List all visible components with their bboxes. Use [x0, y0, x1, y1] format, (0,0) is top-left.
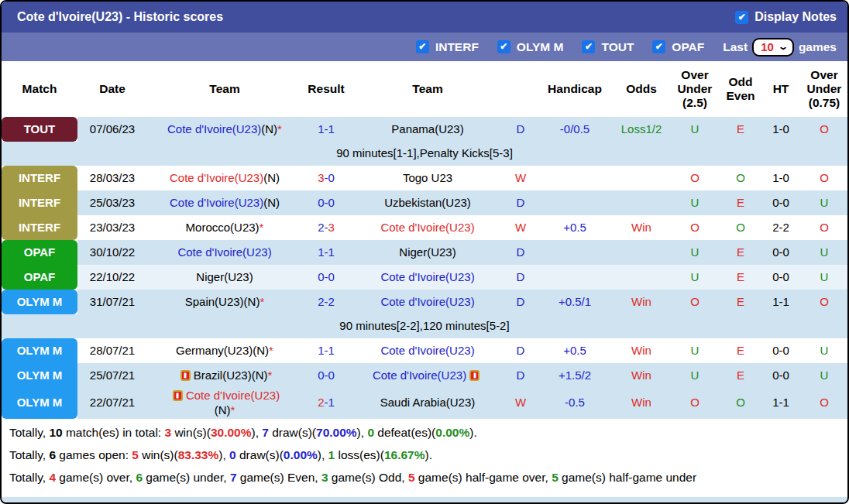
- result-letter-cell: D: [505, 190, 536, 215]
- away-team-cell: Cote d'Ivoire(U23): [350, 363, 505, 388]
- result-letter-cell: D: [505, 265, 536, 290]
- checkbox-icon[interactable]: ✔: [416, 40, 429, 53]
- summary-text-part: 1: [328, 448, 335, 461]
- text-part: *: [260, 221, 264, 234]
- result-letter-cell: D: [505, 363, 536, 388]
- text-part: *: [260, 295, 264, 308]
- summary-text-part: draw(s)(: [236, 448, 284, 461]
- summary-text-part: 0.00%: [435, 426, 469, 439]
- summary-text-part: win(s)(: [171, 426, 211, 439]
- result-letter-cell: D: [505, 240, 536, 265]
- odd-even-cell: O: [720, 215, 761, 240]
- result-cell: 2-1: [302, 388, 350, 419]
- checkbox-icon[interactable]: ✔: [652, 40, 665, 53]
- filter-label: INTERF: [435, 40, 479, 54]
- summary-section: Totally, 10 match(es) in total: 3 win(s)…: [2, 419, 847, 498]
- home-team-cell: Germany(U23)(N)*: [147, 338, 302, 363]
- bottom-strip: [2, 497, 847, 502]
- over-under-0_75-cell: U: [801, 338, 847, 363]
- text-part: *: [230, 403, 235, 417]
- filter-checkbox-tout[interactable]: ✔TOUT: [582, 40, 634, 54]
- summary-text-part: loss(es)(: [335, 448, 384, 461]
- over-under-2_5-cell: U: [669, 190, 720, 215]
- match-row: OPAF22/10/22Niger(U23)0-0Cote d'Ivoire(U…: [2, 265, 847, 290]
- summary-text-part: 83.33%: [178, 448, 219, 461]
- over-under-0_75-cell: O: [801, 290, 847, 314]
- red-card-icon: [469, 370, 479, 381]
- filter-label: TOUT: [601, 40, 634, 54]
- competition-badge: INTERF: [2, 215, 77, 240]
- competition-badge: OPAF: [2, 265, 77, 290]
- summary-text-part: game(s) Odd,: [328, 471, 408, 484]
- note-text: 90 minutes[1-1],Penalty Kicks[5-3]: [2, 142, 847, 166]
- over-under-2_5-cell: O: [669, 166, 720, 190]
- half-time-cell: 0-0: [761, 265, 801, 290]
- over-under-2_5-cell: U: [669, 117, 720, 142]
- text-part: Cote d'Ivoire(U23): [380, 221, 474, 234]
- over-under-0_75-cell: U: [801, 240, 847, 265]
- page-title: Cote d'Ivoire(U23) - Historic scores: [17, 10, 223, 24]
- summary-line: Totally, 4 game(s) over, 6 game(s) under…: [9, 466, 840, 489]
- text-part: 2-: [318, 221, 328, 234]
- summary-text-part: 0: [367, 426, 374, 439]
- away-team-cell: Cote d'Ivoire(U23): [350, 215, 505, 240]
- handicap-cell: [536, 240, 614, 265]
- filter-bar: ✔INTERF✔OLYM M✔TOUT✔OPAF Last 10 ⌄ games: [2, 33, 847, 61]
- summary-text-part: ),: [357, 426, 368, 439]
- result-cell: 2-3: [302, 215, 350, 240]
- date-cell: 28/03/23: [77, 166, 147, 190]
- date-cell: 07/06/23: [77, 117, 147, 142]
- text-part: (N): [253, 344, 269, 357]
- filter-checkbox-olym-m[interactable]: ✔OLYM M: [497, 40, 564, 54]
- date-cell: 31/07/21: [77, 290, 147, 314]
- note-row: 90 minutes[1-1],Penalty Kicks[5-3]: [2, 142, 847, 166]
- last-games-group: Last 10 ⌄ games: [723, 38, 837, 57]
- odd-even-cell: E: [720, 363, 761, 388]
- odd-even-cell: E: [720, 240, 761, 265]
- summary-text-part: ).: [469, 426, 476, 439]
- result-cell: 1-1: [302, 338, 350, 363]
- summary-text-part: 70.00%: [316, 426, 357, 439]
- odds-cell: [614, 240, 669, 265]
- checkbox-icon[interactable]: ✔: [582, 40, 595, 53]
- text-part: Niger(U23): [399, 245, 455, 259]
- odds-cell: [614, 190, 669, 215]
- over-under-2_5-cell: U: [669, 240, 720, 265]
- checkbox-icon[interactable]: ✔: [497, 40, 510, 53]
- text-part: 0-0: [318, 270, 335, 283]
- text-part: (N): [263, 196, 280, 209]
- display-notes-checkbox-icon[interactable]: ✔: [735, 11, 748, 24]
- competition-badge: INTERF: [2, 166, 77, 190]
- competition-badge: OPAF: [2, 240, 77, 265]
- summary-text-part: game(s) under,: [143, 471, 230, 484]
- last-games-select[interactable]: 10 ⌄: [752, 38, 794, 57]
- col-header-over-under-0.75-: Over Under (0.75): [801, 61, 847, 117]
- display-notes-toggle[interactable]: ✔ Display Notes: [735, 10, 837, 24]
- home-team-cell: Cote d'Ivoire(U23): [147, 240, 302, 265]
- summary-text-part: draw(s)(: [269, 426, 316, 439]
- odds-cell: [614, 166, 669, 190]
- odd-even-cell: E: [720, 265, 761, 290]
- text-part: (N): [261, 122, 277, 135]
- last-label: Last: [723, 40, 748, 54]
- filter-checkbox-opaf[interactable]: ✔OPAF: [652, 40, 704, 54]
- result-cell: 3-0: [302, 166, 350, 190]
- text-part: Cote d'Ivoire(U23): [170, 171, 263, 184]
- text-part: 2: [318, 396, 324, 409]
- text-part: 1-1: [318, 344, 335, 357]
- home-team-cell: Brazil(U23)(N)*: [147, 363, 302, 388]
- match-row: INTERF25/03/23Cote d'Ivoire(U23)(N)0-0Uz…: [2, 190, 847, 215]
- result-cell: 0-0: [302, 363, 350, 388]
- summary-text-part: 5: [132, 448, 139, 461]
- match-row: OLYM M28/07/21Germany(U23)(N)*1-1Cote d'…: [2, 338, 847, 363]
- filter-checkbox-interf[interactable]: ✔INTERF: [416, 40, 479, 54]
- handicap-cell: [536, 166, 614, 190]
- result-letter-cell: D: [505, 338, 536, 363]
- handicap-cell: [536, 265, 614, 290]
- home-team-cell: Cote d'Ivoire(U23)(N): [147, 166, 302, 190]
- text-part: (N): [263, 171, 280, 184]
- date-cell: 23/03/23: [77, 215, 147, 240]
- over-under-2_5-cell: O: [669, 215, 720, 240]
- col-header-date: Date: [77, 61, 147, 117]
- col-header-team: Team: [147, 61, 302, 117]
